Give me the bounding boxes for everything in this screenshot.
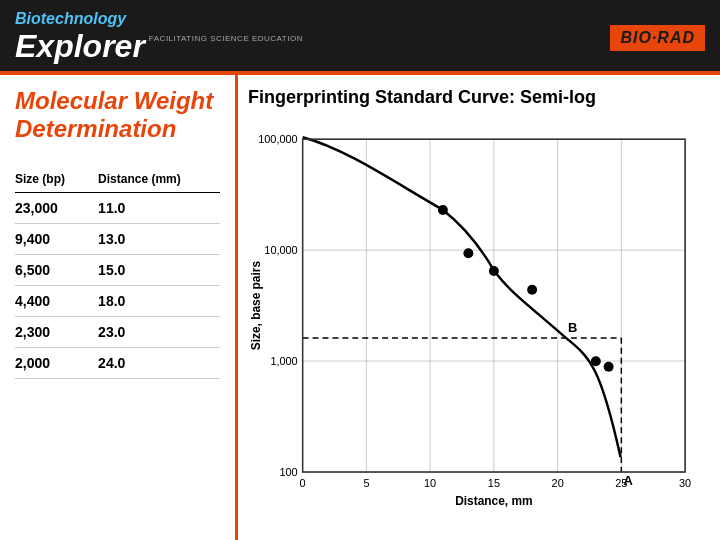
svg-text:A: A	[624, 473, 633, 488]
table-row: 23,00011.0	[15, 193, 220, 224]
svg-text:100: 100	[279, 466, 297, 478]
svg-text:10,000: 10,000	[264, 244, 297, 256]
cell-distance: 24.0	[98, 348, 220, 379]
table-row: 2,00024.0	[15, 348, 220, 379]
page-title: Molecular Weight Determination	[15, 87, 220, 142]
svg-text:B: B	[568, 320, 577, 335]
biorad-label: BIO·RAD	[620, 29, 695, 46]
svg-text:1,000: 1,000	[270, 355, 297, 367]
header: Biotechnology Explorer FACILITATING SCIE…	[0, 0, 720, 75]
cell-distance: 15.0	[98, 255, 220, 286]
cell-size: 2,000	[15, 348, 98, 379]
svg-point-30	[604, 362, 614, 372]
svg-text:Size, base pairs: Size, base pairs	[249, 261, 263, 351]
table-row: 6,50015.0	[15, 255, 220, 286]
logo-stack: Biotechnology Explorer FACILITATING SCIE…	[15, 10, 303, 65]
chart-title: Fingerprinting Standard Curve: Semi-log	[248, 87, 705, 108]
svg-point-29	[591, 356, 601, 366]
logo-biotech-text: Biotechnology	[15, 10, 126, 28]
svg-text:10: 10	[424, 477, 436, 489]
main-content: Molecular Weight Determination Size (bp)…	[0, 75, 720, 540]
col-size-header: Size (bp)	[15, 172, 98, 193]
svg-point-25	[438, 205, 448, 215]
chart-area: 100,000 10,000 1,000 100 0 5 10 15 20 25…	[248, 116, 705, 530]
svg-point-28	[527, 285, 537, 295]
cell-size: 23,000	[15, 193, 98, 224]
cell-size: 2,300	[15, 317, 98, 348]
col-distance-header: Distance (mm)	[98, 172, 220, 193]
logo-area: Biotechnology Explorer FACILITATING SCIE…	[15, 10, 303, 65]
table-row: 4,40018.0	[15, 286, 220, 317]
left-panel: Molecular Weight Determination Size (bp)…	[0, 75, 238, 540]
cell-size: 9,400	[15, 224, 98, 255]
right-panel: Fingerprinting Standard Curve: Semi-log	[238, 75, 720, 540]
biorad-badge: BIO·RAD	[610, 25, 705, 51]
svg-text:100,000: 100,000	[258, 133, 297, 145]
logo-subtitle-text: FACILITATING SCIENCE EDUCATION	[149, 34, 303, 43]
table-row: 9,40013.0	[15, 224, 220, 255]
cell-distance: 13.0	[98, 224, 220, 255]
cell-size: 4,400	[15, 286, 98, 317]
svg-point-26	[463, 248, 473, 258]
cell-distance: 23.0	[98, 317, 220, 348]
svg-text:Distance, mm: Distance, mm	[455, 494, 532, 508]
svg-text:15: 15	[488, 477, 500, 489]
svg-point-27	[489, 266, 499, 276]
cell-size: 6,500	[15, 255, 98, 286]
logo-explorer-text: Explorer	[15, 28, 145, 65]
svg-text:30: 30	[679, 477, 691, 489]
cell-distance: 18.0	[98, 286, 220, 317]
chart-svg: 100,000 10,000 1,000 100 0 5 10 15 20 25…	[248, 116, 705, 530]
cell-distance: 11.0	[98, 193, 220, 224]
svg-text:20: 20	[552, 477, 564, 489]
table-row: 2,30023.0	[15, 317, 220, 348]
svg-text:0: 0	[300, 477, 306, 489]
data-table: Size (bp) Distance (mm) 23,00011.09,4001…	[15, 172, 220, 379]
svg-text:5: 5	[363, 477, 369, 489]
